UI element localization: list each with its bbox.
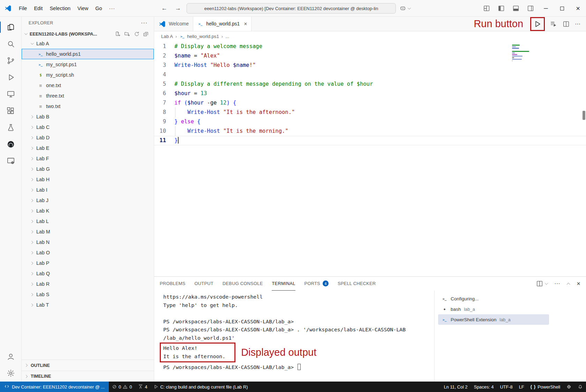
- remote-explorer-icon[interactable]: [0, 86, 22, 102]
- terminal-list-item-configuring[interactable]: >_Configuring...: [438, 293, 549, 304]
- folder-lab-r[interactable]: Lab R: [22, 279, 154, 289]
- run-button[interactable]: [533, 20, 542, 28]
- cursor-position-status[interactable]: Ln 11, Col 2: [441, 382, 471, 392]
- folder-lab-j[interactable]: Lab J: [22, 195, 154, 206]
- refresh-icon[interactable]: [134, 31, 140, 37]
- close-button[interactable]: ×: [570, 0, 586, 17]
- toggle-secondary-sidebar-icon[interactable]: [523, 0, 538, 17]
- menu-file[interactable]: File: [15, 4, 30, 13]
- folder-lab-k[interactable]: Lab K: [22, 206, 154, 216]
- folder-lab-i[interactable]: Lab I: [22, 185, 154, 195]
- remote-indicator[interactable]: Dev Container: EEEN11202 devcontainer @ …: [0, 382, 109, 392]
- code-line-4[interactable]: 4: [154, 70, 586, 79]
- folder-lab-e[interactable]: Lab E: [22, 143, 154, 153]
- panel-tab-debug-console[interactable]: DEBUG CONSOLE: [223, 277, 263, 291]
- collapse-all-icon[interactable]: [143, 31, 149, 37]
- debug-task-status[interactable]: C: clang build and debug current file (L…: [150, 382, 251, 392]
- folder-lab-o[interactable]: Lab O: [22, 247, 154, 258]
- testing-icon[interactable]: [0, 119, 22, 136]
- run-menu-button[interactable]: [550, 20, 557, 28]
- file-one-txt[interactable]: ≡one.txt: [22, 80, 154, 91]
- file-my-script-sh[interactable]: $my_script.sh: [22, 70, 154, 80]
- command-center[interactable]: eeen11202-labs (Workspace) [Dev Containe…: [187, 3, 396, 14]
- explorer-more-actions-button[interactable]: ···: [141, 20, 148, 26]
- folder-lab-b[interactable]: Lab B: [22, 112, 154, 122]
- code-line-5[interactable]: 5# Display a different message depending…: [154, 79, 586, 89]
- folder-lab-f[interactable]: Lab F: [22, 153, 154, 164]
- folder-lab-a[interactable]: Lab A: [22, 38, 154, 49]
- section-outline[interactable]: OUTLINE: [22, 360, 154, 371]
- folder-lab-m[interactable]: Lab M: [22, 226, 154, 237]
- code-line-6[interactable]: 6$hour = 13: [154, 89, 586, 98]
- source-control-icon[interactable]: [0, 52, 22, 69]
- extensions-icon[interactable]: [0, 102, 22, 119]
- maximize-button[interactable]: [554, 0, 570, 17]
- dev-containers-icon[interactable]: [0, 153, 22, 169]
- back-button[interactable]: ←: [159, 4, 170, 13]
- customize-layout-icon[interactable]: [479, 0, 494, 17]
- folder-lab-q[interactable]: Lab Q: [22, 268, 154, 279]
- menu-selection[interactable]: Selection: [46, 4, 74, 13]
- panel-tab-spell-checker[interactable]: SPELL CHECKER: [338, 277, 376, 291]
- account-icon[interactable]: [0, 348, 22, 365]
- breadcrumb-item-hello-world-ps1[interactable]: >_hello_world.ps1: [179, 33, 219, 39]
- copilot-button[interactable]: [399, 5, 412, 12]
- file-two-txt[interactable]: ≡two.txt: [22, 101, 154, 112]
- code-line-3[interactable]: 3Write-Host "Hello $name!": [154, 61, 586, 70]
- code-line-10[interactable]: 10 Write-Host "It is the morning.": [154, 126, 586, 136]
- code-line-9[interactable]: 9} else {: [154, 117, 586, 126]
- panel-tab-terminal[interactable]: TERMINAL: [272, 277, 295, 291]
- folder-lab-s[interactable]: Lab S: [22, 289, 154, 300]
- maximize-panel-button[interactable]: [566, 281, 571, 286]
- editor-more-actions-button[interactable]: ···: [575, 21, 580, 27]
- menu-overflow-button[interactable]: ···: [106, 4, 119, 13]
- notifications-button[interactable]: [574, 382, 586, 392]
- section-timeline[interactable]: TIMELINE: [22, 371, 154, 382]
- encoding-status[interactable]: UTF-8: [497, 382, 516, 392]
- folder-lab-c[interactable]: Lab C: [22, 122, 154, 132]
- split-editor-button[interactable]: [562, 20, 570, 28]
- code-editor[interactable]: 1# Display a welcome message2$name = "Al…: [154, 41, 586, 276]
- menu-go[interactable]: Go: [92, 4, 105, 13]
- tab-welcome[interactable]: Welcome: [154, 17, 193, 31]
- problems-status[interactable]: 0 0: [109, 382, 135, 392]
- file-three-txt[interactable]: ≡three.txt: [22, 91, 154, 101]
- terminal-output[interactable]: https://aka.ms/vscode-powershellType 'he…: [154, 291, 434, 382]
- folder-lab-d[interactable]: Lab D: [22, 132, 154, 143]
- settings-gear-icon[interactable]: [0, 365, 22, 382]
- code-line-7[interactable]: 7if ($hour -ge 12) {: [154, 98, 586, 108]
- new-folder-icon[interactable]: [124, 31, 130, 37]
- close-panel-button[interactable]: ×: [577, 280, 580, 287]
- github-icon[interactable]: [0, 136, 22, 153]
- workspace-root-row[interactable]: EEEN11202-LABS (WORKSPA...: [22, 29, 154, 38]
- forward-button[interactable]: →: [173, 4, 183, 13]
- explorer-icon[interactable]: [0, 19, 22, 36]
- minimize-button[interactable]: ─: [538, 0, 554, 17]
- file-my-script-ps1[interactable]: >_my_script.ps1: [22, 59, 154, 70]
- minimap[interactable]: [512, 45, 530, 62]
- terminal-list-item-powershell-extension[interactable]: >_PowerShell Extensionlab_a: [438, 314, 549, 325]
- panel-tab-output[interactable]: OUTPUT: [195, 277, 213, 291]
- folder-lab-p[interactable]: Lab P: [22, 258, 154, 268]
- language-status[interactable]: { } PowerShell: [527, 382, 563, 392]
- folder-lab-h[interactable]: Lab H: [22, 174, 154, 185]
- panel-tab-problems[interactable]: PROBLEMS: [160, 277, 186, 291]
- spell-checker-status[interactable]: [563, 382, 574, 392]
- ports-status[interactable]: 4: [135, 382, 150, 392]
- file-hello-world-ps1[interactable]: >_hello_world.ps1: [22, 49, 154, 59]
- breadcrumb-item-[interactable]: ...: [225, 34, 229, 39]
- folder-lab-t[interactable]: Lab T: [22, 300, 154, 310]
- breadcrumb-item-lab-a[interactable]: Lab A: [161, 34, 173, 39]
- eol-status[interactable]: LF: [516, 382, 527, 392]
- menu-view[interactable]: View: [74, 4, 92, 13]
- search-icon[interactable]: [0, 36, 22, 52]
- folder-lab-l[interactable]: Lab L: [22, 216, 154, 226]
- toggle-panel-icon[interactable]: [509, 0, 523, 17]
- terminal-list-item-bash[interactable]: ◆bashlab_a: [438, 304, 549, 314]
- folder-lab-n[interactable]: Lab N: [22, 237, 154, 247]
- tab-hello-world-ps1[interactable]: >_hello_world.ps1×: [193, 17, 251, 31]
- close-icon[interactable]: ×: [242, 21, 247, 27]
- code-line-11[interactable]: 11}: [154, 136, 586, 145]
- folder-lab-g[interactable]: Lab G: [22, 164, 154, 174]
- toggle-primary-sidebar-icon[interactable]: [494, 0, 509, 17]
